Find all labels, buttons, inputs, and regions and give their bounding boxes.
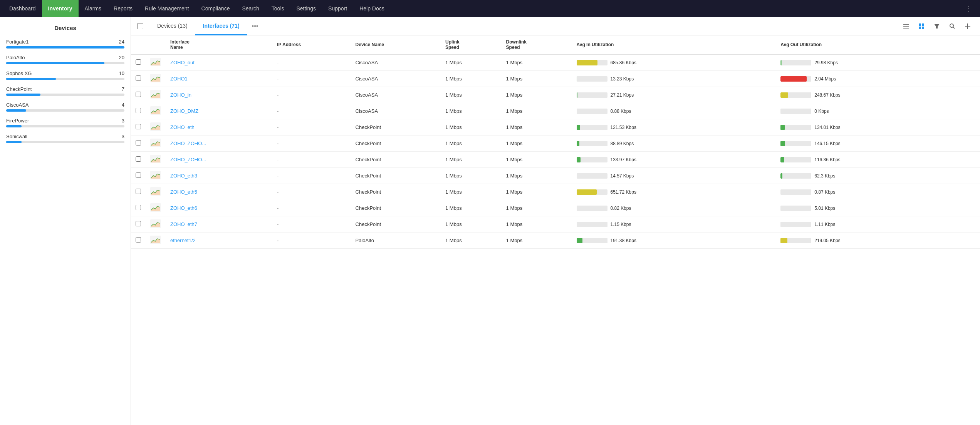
- row-interface-name[interactable]: ZOHO_out: [166, 54, 272, 71]
- nav-more-icon[interactable]: ⋮: [961, 4, 977, 13]
- search-button[interactable]: [946, 20, 958, 32]
- tabs-bar: Devices (13) Interfaces (71) •••: [131, 17, 980, 35]
- row-checkbox-4[interactable]: [136, 124, 141, 129]
- row-checkbox-5[interactable]: [136, 140, 141, 146]
- svg-rect-4: [922, 23, 924, 26]
- row-chart-icon-cell[interactable]: [146, 103, 166, 119]
- row-chart-icon-cell[interactable]: [146, 200, 166, 216]
- row-avg-in-util: 1.15 Kbps: [572, 216, 776, 233]
- nav-settings[interactable]: Settings: [290, 0, 322, 17]
- row-interface-name[interactable]: ZOHO_eth: [166, 119, 272, 136]
- device-count-4: 4: [122, 102, 124, 108]
- device-name-2[interactable]: Sophos XG: [6, 70, 32, 76]
- nav-compliance[interactable]: Compliance: [195, 0, 236, 17]
- row-checkbox-7[interactable]: [136, 172, 141, 178]
- row-checkbox-cell[interactable]: [131, 136, 146, 152]
- nav-tools[interactable]: Tools: [265, 0, 290, 17]
- row-interface-name[interactable]: ZOHO1: [166, 71, 272, 87]
- row-checkbox-cell[interactable]: [131, 119, 146, 136]
- row-interface-name[interactable]: ZOHO_DMZ: [166, 103, 272, 119]
- row-checkbox-9[interactable]: [136, 205, 141, 210]
- row-checkbox-cell[interactable]: [131, 233, 146, 249]
- tabs-more-icon[interactable]: •••: [247, 23, 263, 30]
- row-checkbox-cell[interactable]: [131, 103, 146, 119]
- row-checkbox-cell[interactable]: [131, 54, 146, 71]
- row-chart-icon-cell[interactable]: [146, 119, 166, 136]
- row-checkbox-3[interactable]: [136, 108, 141, 113]
- row-interface-name[interactable]: ZOHO_eth6: [166, 200, 272, 216]
- row-checkbox-10[interactable]: [136, 221, 141, 226]
- device-name-6[interactable]: Sonicwall: [6, 134, 27, 139]
- add-button[interactable]: [962, 20, 974, 32]
- device-bar-5: [6, 125, 22, 127]
- row-checkbox-1[interactable]: [136, 75, 141, 81]
- table-row: ZOHO_ZOHO... - CheckPoint 1 Mbps 1 Mbps …: [131, 152, 980, 168]
- avg-in-bar-bg: [577, 125, 607, 130]
- row-chart-icon-cell[interactable]: [146, 168, 166, 184]
- row-interface-name[interactable]: ethernet1/2: [166, 233, 272, 249]
- row-avg-out-util: 219.05 Kbps: [776, 233, 980, 249]
- row-interface-name[interactable]: ZOHO_ZOHO...: [166, 136, 272, 152]
- row-interface-name[interactable]: ZOHO_ZOHO...: [166, 152, 272, 168]
- row-interface-name[interactable]: ZOHO_eth5: [166, 184, 272, 200]
- nav-reports[interactable]: Reports: [107, 0, 139, 17]
- row-chart-icon-cell[interactable]: [146, 216, 166, 233]
- avg-out-bar-bg: [780, 109, 811, 114]
- device-name-3[interactable]: CheckPoint: [6, 86, 32, 92]
- avg-in-bar-bg: [577, 92, 607, 98]
- row-checkbox-cell[interactable]: [131, 216, 146, 233]
- row-device-name: CiscoASA: [351, 54, 441, 71]
- row-checkbox-cell[interactable]: [131, 184, 146, 200]
- row-checkbox-cell[interactable]: [131, 168, 146, 184]
- row-checkbox-cell[interactable]: [131, 200, 146, 216]
- row-checkbox-2[interactable]: [136, 92, 141, 97]
- row-checkbox-cell[interactable]: [131, 87, 146, 103]
- device-name-4[interactable]: CiscoASA: [6, 102, 29, 108]
- nav-alarms[interactable]: Alarms: [79, 0, 108, 17]
- row-chart-icon-cell[interactable]: [146, 136, 166, 152]
- row-avg-in-util: 651.72 Kbps: [572, 184, 776, 200]
- row-checkbox-0[interactable]: [136, 59, 141, 65]
- filter-button[interactable]: [931, 20, 943, 32]
- row-interface-name[interactable]: ZOHO_eth3: [166, 168, 272, 184]
- row-uplink-speed: 1 Mbps: [441, 184, 502, 200]
- table-header-row: InterfaceName IP Address Device Name Upl…: [131, 35, 980, 54]
- device-name-0[interactable]: Fortigate1: [6, 39, 29, 45]
- row-interface-name[interactable]: ZOHO_eth7: [166, 216, 272, 233]
- nav-support[interactable]: Support: [322, 0, 353, 17]
- nav-rule-management[interactable]: Rule Management: [139, 0, 195, 17]
- grid-view-button[interactable]: [915, 20, 928, 32]
- nav-dashboard[interactable]: Dashboard: [3, 0, 42, 17]
- row-interface-name[interactable]: ZOHO_in: [166, 87, 272, 103]
- row-device-name: CiscoASA: [351, 103, 441, 119]
- list-view-button[interactable]: [900, 20, 912, 32]
- nav-search[interactable]: Search: [236, 0, 265, 17]
- row-chart-icon-cell[interactable]: [146, 233, 166, 249]
- row-checkbox-6[interactable]: [136, 156, 141, 162]
- row-chart-icon-cell[interactable]: [146, 71, 166, 87]
- select-all-checkbox[interactable]: [137, 23, 143, 29]
- tab-devices[interactable]: Devices (13): [149, 17, 195, 35]
- row-checkbox-cell[interactable]: [131, 71, 146, 87]
- row-chart-icon-cell[interactable]: [146, 184, 166, 200]
- nav-inventory[interactable]: Inventory: [42, 0, 79, 17]
- nav-help-docs[interactable]: Help Docs: [353, 0, 391, 17]
- row-checkbox-8[interactable]: [136, 189, 141, 194]
- device-item: Fortigate1 24: [6, 39, 124, 49]
- row-avg-in-util: 133.97 Kbps: [572, 152, 776, 168]
- row-checkbox-cell[interactable]: [131, 152, 146, 168]
- tab-interfaces[interactable]: Interfaces (71): [195, 17, 247, 35]
- row-chart-icon-cell[interactable]: [146, 87, 166, 103]
- device-count-0: 24: [119, 39, 124, 45]
- row-avg-out-util: 0.87 Kbps: [776, 184, 980, 200]
- device-name-5[interactable]: FirePower: [6, 118, 29, 124]
- device-name-1[interactable]: PaloAlto: [6, 55, 25, 60]
- row-checkbox-11[interactable]: [136, 237, 141, 243]
- svg-rect-5: [919, 27, 921, 29]
- row-ip-address: -: [272, 216, 351, 233]
- avg-in-bar-bg: [577, 222, 607, 227]
- row-avg-out-util: 1.11 Kbps: [776, 216, 980, 233]
- row-chart-icon-cell[interactable]: [146, 54, 166, 71]
- row-downlink-speed: 1 Mbps: [502, 168, 572, 184]
- row-chart-icon-cell[interactable]: [146, 152, 166, 168]
